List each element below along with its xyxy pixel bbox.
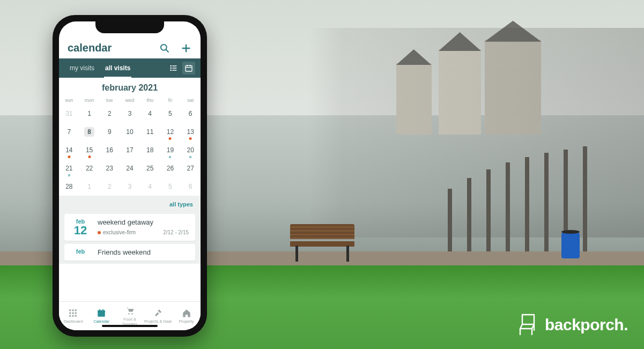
events-section: all types feb12weekend getawayexclusive-… <box>59 196 201 264</box>
calendar-day[interactable]: 6 <box>180 105 201 123</box>
svg-point-7 <box>171 65 171 66</box>
calendar-day[interactable]: 3 <box>120 105 140 123</box>
background-bench <box>290 224 354 262</box>
filter-all-types[interactable]: all types <box>169 201 193 207</box>
nav-label: Dashboard <box>64 319 83 324</box>
weekday-label: sun <box>59 96 79 105</box>
nav-label: Calendar <box>93 319 109 324</box>
event-date: feb <box>71 248 90 259</box>
calendar-day[interactable]: 2 <box>99 177 120 196</box>
weekday-label: fri <box>160 96 181 105</box>
weekday-label: mon <box>79 96 100 105</box>
calendar-grid: 3112345678910111213141516171819202122232… <box>59 105 201 196</box>
svg-point-27 <box>128 313 129 314</box>
calendar-body: february 2021 sunmontuewedthufrisat 3112… <box>59 78 201 301</box>
weekday-header: sunmontuewedthufrisat <box>59 96 201 105</box>
event-title: Friends weekend <box>98 248 189 256</box>
calendar-day[interactable]: 20 <box>180 141 201 159</box>
svg-rect-15 <box>72 309 74 311</box>
calendar-view-icon[interactable] <box>182 62 195 75</box>
nav-food-supplies[interactable]: Food & Supplies <box>116 306 144 326</box>
svg-rect-22 <box>75 315 77 317</box>
nav-property[interactable]: Property <box>172 308 201 324</box>
event-card[interactable]: feb12weekend getawayexclusive-firm2/12 -… <box>64 214 195 241</box>
month-label: february 2021 <box>59 78 201 96</box>
brand-logo: backporch. <box>518 313 628 337</box>
svg-rect-26 <box>102 309 103 311</box>
svg-rect-25 <box>99 309 100 311</box>
calendar-day[interactable]: 9 <box>99 123 120 141</box>
event-title: weekend getaway <box>98 218 189 226</box>
svg-rect-18 <box>72 313 74 314</box>
phone-frame: calendar my visits all visits febru <box>53 15 207 337</box>
svg-rect-19 <box>75 313 77 314</box>
nav-dashboard[interactable]: Dashboard <box>59 308 87 324</box>
weekday-label: tue <box>99 96 120 105</box>
brand-name: backporch. <box>545 316 628 334</box>
calendar-day[interactable]: 18 <box>140 141 160 159</box>
calendar-day[interactable]: 7 <box>59 123 79 141</box>
calendar-day[interactable]: 12 <box>160 123 181 141</box>
calendar-day[interactable]: 19 <box>160 141 181 159</box>
home-indicator <box>102 325 158 327</box>
calendar-day[interactable]: 14 <box>59 141 79 159</box>
svg-rect-17 <box>70 313 71 314</box>
event-tag: exclusive-firm <box>98 229 136 235</box>
calendar-day[interactable]: 5 <box>160 177 181 196</box>
tab-my-visits[interactable]: my visits <box>64 58 100 78</box>
calendar-day[interactable]: 5 <box>160 105 181 123</box>
event-date: feb12 <box>71 218 90 236</box>
calendar-day[interactable]: 16 <box>99 141 120 159</box>
calendar-day[interactable]: 2 <box>99 105 120 123</box>
svg-point-0 <box>161 44 167 50</box>
calendar-day[interactable]: 4 <box>140 105 160 123</box>
calendar-day[interactable]: 17 <box>120 141 140 159</box>
svg-rect-24 <box>98 310 105 313</box>
svg-line-1 <box>166 49 169 52</box>
calendar-day[interactable]: 24 <box>120 159 140 177</box>
nav-projects-gear[interactable]: Projects & Gear <box>144 308 172 324</box>
background-barrel <box>561 233 580 258</box>
svg-point-28 <box>131 313 132 314</box>
nav-label: Projects & Gear <box>144 319 172 324</box>
calendar-day[interactable]: 22 <box>79 159 100 177</box>
calendar-day[interactable]: 13 <box>180 123 201 141</box>
chair-icon <box>518 313 539 337</box>
calendar-day[interactable]: 25 <box>140 159 160 177</box>
calendar-day[interactable]: 1 <box>79 105 100 123</box>
event-card[interactable]: febFriends weekend <box>64 244 195 261</box>
tab-all-visits[interactable]: all visits <box>100 58 136 78</box>
event-range: 2/12 - 2/15 <box>163 229 189 235</box>
svg-rect-14 <box>70 309 71 311</box>
svg-rect-16 <box>75 309 77 311</box>
calendar-day[interactable]: 31 <box>59 105 79 123</box>
calendar-day[interactable]: 23 <box>99 159 120 177</box>
svg-rect-20 <box>70 315 71 317</box>
calendar-day[interactable]: 27 <box>180 159 201 177</box>
calendar-day[interactable]: 6 <box>180 177 201 196</box>
weekday-label: wed <box>120 96 140 105</box>
visits-tabbar: my visits all visits <box>59 58 201 78</box>
svg-point-8 <box>171 68 171 68</box>
calendar-day[interactable]: 28 <box>59 177 79 196</box>
calendar-day[interactable]: 11 <box>140 123 160 141</box>
background-dock-piles <box>438 146 631 251</box>
list-view-icon[interactable] <box>167 62 180 75</box>
calendar-day[interactable]: 8 <box>79 123 100 141</box>
search-icon[interactable] <box>159 42 171 54</box>
add-icon[interactable] <box>180 42 192 54</box>
calendar-day[interactable]: 21 <box>59 159 79 177</box>
calendar-day[interactable]: 15 <box>79 141 100 159</box>
svg-rect-21 <box>72 315 74 317</box>
app-screen: calendar my visits all visits febru <box>59 21 201 330</box>
calendar-day[interactable]: 26 <box>160 159 181 177</box>
page-title: calendar <box>68 42 112 54</box>
phone-notch <box>95 21 164 33</box>
nav-calendar[interactable]: Calendar <box>87 308 116 324</box>
calendar-day[interactable]: 4 <box>140 177 160 196</box>
weekday-label: sat <box>180 96 201 105</box>
calendar-day[interactable]: 10 <box>120 123 140 141</box>
calendar-day[interactable]: 3 <box>120 177 140 196</box>
nav-label: Property <box>179 319 194 324</box>
calendar-day[interactable]: 1 <box>79 177 100 196</box>
